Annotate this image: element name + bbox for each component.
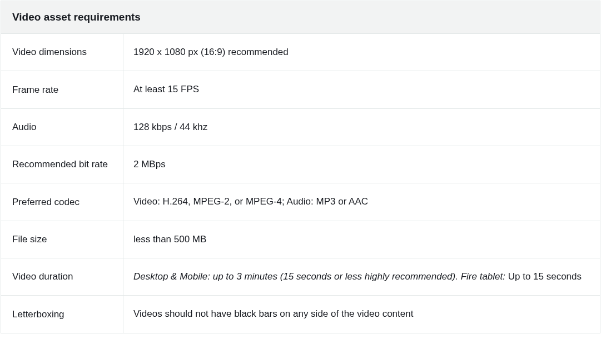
table-row: Letterboxing Videos should not have blac… [1,296,600,332]
table-row: Recommended bit rate 2 MBps [1,146,600,183]
row-value: At least 15 FPS [123,71,600,108]
row-label: Video dimensions [1,34,123,71]
table-row: File size less than 500 MB [1,221,600,258]
table-row: Frame rate At least 15 FPS [1,71,600,108]
row-value: 2 MBps [123,146,600,183]
row-value: 1920 x 1080 px (16:9) recommended [123,34,600,71]
row-value: Desktop & Mobile: up to 3 minutes (15 se… [123,258,600,295]
row-label: Letterboxing [1,296,123,332]
row-label: Recommended bit rate [1,146,123,183]
row-label: Preferred codec [1,183,123,220]
requirements-table: Video asset requirements Video dimension… [1,1,600,333]
table-row: Preferred codec Video: H.264, MPEG-2, or… [1,183,600,221]
row-value-italic: Desktop & Mobile: up to 3 minutes (15 se… [133,271,505,282]
table-row: Video dimensions 1920 x 1080 px (16:9) r… [1,34,600,71]
table-header: Video asset requirements [1,1,600,34]
row-label: Video duration [1,258,123,295]
row-label: Audio [1,109,123,146]
row-value-after: Up to 15 seconds [505,271,582,282]
row-value: Videos should not have black bars on any… [123,296,600,332]
row-label: File size [1,221,123,258]
table-row: Audio 128 kbps / 44 khz [1,109,600,146]
row-value: 128 kbps / 44 khz [123,109,600,146]
row-value: Video: H.264, MPEG-2, or MPEG-4; Audio: … [123,183,600,220]
row-value: less than 500 MB [123,221,600,258]
table-row: Video duration Desktop & Mobile: up to 3… [1,258,600,296]
row-label: Frame rate [1,71,123,108]
